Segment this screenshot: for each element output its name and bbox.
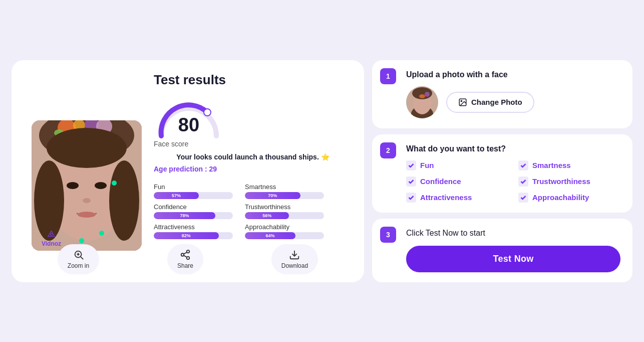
stat-label: Approachability: [245, 223, 324, 231]
download-label: Download: [281, 262, 308, 269]
check-icon: [520, 162, 526, 168]
checkbox-label: Trustworthiness: [532, 177, 590, 186]
share-button[interactable]: Share: [167, 244, 203, 274]
svg-line-18: [81, 257, 83, 259]
zoom-in-button[interactable]: Zoom in: [58, 244, 99, 274]
checkbox-item[interactable]: Approachability: [518, 193, 620, 203]
stat-bar-text: 78%: [180, 213, 189, 218]
step3-badge: 3: [380, 227, 396, 243]
uploaded-photo-inner: [406, 86, 438, 118]
check-icon: [520, 195, 526, 201]
svg-line-24: [184, 255, 187, 257]
checkbox-icon: [406, 160, 416, 170]
svg-point-22: [181, 253, 184, 256]
svg-point-15: [78, 212, 96, 218]
stat-bar-text: 56%: [262, 213, 271, 218]
logo-icon: ⟁: [47, 224, 56, 240]
svg-point-21: [187, 250, 190, 253]
stat-item: Approachability 64%: [245, 223, 324, 239]
stat-bar-bg: 82%: [154, 232, 233, 239]
main-container: ⟁ Vidnoz Test results 80 Face score Your…: [12, 60, 632, 282]
face-dot-1: [112, 181, 117, 186]
stat-item: Confidence 78%: [154, 203, 233, 219]
checkbox-label: Confidence: [420, 177, 461, 186]
stat-label: Confidence: [154, 203, 233, 211]
stat-bar-bg: 57%: [154, 192, 233, 199]
check-icon: [520, 179, 526, 185]
svg-point-12: [67, 182, 79, 189]
stat-bar-bg: 56%: [245, 212, 324, 219]
checkbox-item[interactable]: Fun: [406, 160, 508, 170]
stat-bar-bg: 78%: [154, 212, 233, 219]
stat-bar-fill: 82%: [154, 232, 219, 239]
checkbox-item[interactable]: Attractiveness: [406, 193, 508, 203]
svg-point-10: [109, 160, 139, 241]
download-button[interactable]: Download: [271, 244, 318, 274]
stat-label: Attractiveness: [154, 223, 233, 231]
stat-bar-fill: 70%: [245, 192, 300, 199]
step3-content: Click Test Now to start Test Now: [406, 229, 620, 272]
share-icon: [180, 249, 191, 260]
tagline: Your looks could launch a thousand ships…: [154, 153, 352, 161]
face-score-label: Face score: [154, 140, 352, 148]
download-icon: [289, 249, 300, 260]
stat-bar-fill: 57%: [154, 192, 199, 199]
upload-area: Change Photo: [406, 86, 620, 118]
stat-label: Smartness: [245, 183, 324, 191]
checkbox-label: Attractiveness: [420, 193, 472, 202]
change-photo-button[interactable]: Change Photo: [446, 92, 534, 113]
zoom-icon: [73, 249, 84, 260]
checkbox-icon: [518, 160, 528, 170]
svg-point-16: [204, 109, 211, 116]
checkbox-grid: Fun Smartness Confidence Trustworthine: [406, 160, 620, 203]
zoom-label: Zoom in: [68, 262, 89, 269]
share-label: Share: [177, 262, 193, 269]
image-icon: [458, 98, 467, 107]
step2-badge: 2: [380, 142, 396, 158]
left-panel: ⟁ Vidnoz Test results 80 Face score Your…: [12, 60, 364, 282]
checkbox-icon: [518, 177, 528, 187]
step2-card: 2 What do you want to test? Fun Smartnes…: [372, 134, 632, 213]
stat-item: Fun 57%: [154, 183, 233, 199]
step1-badge: 1: [380, 68, 396, 84]
svg-line-25: [184, 252, 187, 254]
step3-card: 3 Click Test Now to start Test Now: [372, 219, 632, 282]
stat-label: Fun: [154, 183, 233, 191]
svg-point-13: [95, 182, 107, 189]
checkbox-item[interactable]: Confidence: [406, 177, 508, 187]
step1-title: Upload a photo with a face: [406, 70, 620, 79]
stat-bar-text: 70%: [268, 193, 277, 198]
checkbox-label: Fun: [420, 161, 434, 169]
stat-bar-text: 82%: [182, 233, 191, 238]
checkbox-icon: [406, 193, 416, 203]
stat-item: Trustworthiness 56%: [245, 203, 324, 219]
check-icon: [408, 179, 414, 185]
face-dot-3: [79, 238, 84, 243]
stat-label: Trustworthiness: [245, 203, 324, 211]
stat-bar-bg: 64%: [245, 232, 324, 239]
checkbox-item[interactable]: Trustworthiness: [518, 177, 620, 187]
stat-item: Smartness 70%: [245, 183, 324, 199]
svg-point-34: [461, 100, 462, 101]
step2-content: What do you want to test? Fun Smartness: [406, 144, 620, 203]
photo-svg: [406, 86, 438, 118]
step1-card: 1 Upload a photo with a face: [372, 60, 632, 128]
stat-bar-text: 57%: [172, 193, 181, 198]
checkbox-icon: [406, 177, 416, 187]
svg-point-32: [425, 92, 430, 97]
gauge-chart: 80: [154, 96, 224, 136]
stat-item: Attractiveness 82%: [154, 223, 233, 239]
step2-title: What do you want to test?: [406, 144, 620, 153]
stat-bar-fill: 78%: [154, 212, 215, 219]
svg-point-11: [47, 128, 127, 168]
checkbox-label: Smartness: [532, 161, 571, 169]
checkbox-item[interactable]: Smartness: [518, 160, 620, 170]
test-now-button[interactable]: Test Now: [406, 246, 620, 272]
svg-point-31: [419, 94, 425, 98]
stat-bar-bg: 70%: [245, 192, 324, 199]
stat-bar-text: 64%: [266, 233, 275, 238]
right-panel: 1 Upload a photo with a face: [372, 60, 632, 282]
stat-bar-fill: 64%: [245, 232, 295, 239]
bottom-toolbar: Zoom in Share Download: [12, 244, 364, 274]
checkbox-icon: [518, 193, 528, 203]
